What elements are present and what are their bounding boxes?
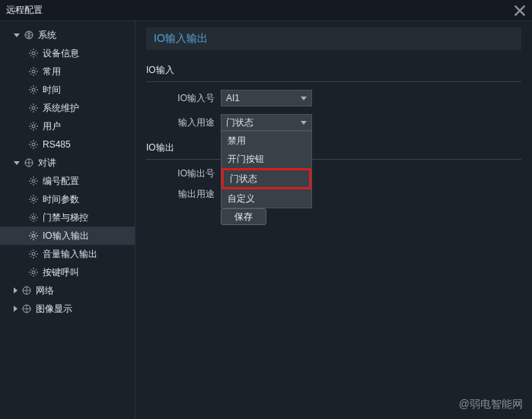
row-io-input-no: IO输入号 AI1: [146, 90, 521, 106]
section-io-input-title: IO输入: [146, 61, 521, 82]
svg-point-10: [32, 216, 35, 219]
sidebar-item-number-config[interactable]: 编号配置: [0, 172, 135, 190]
svg-point-5: [32, 125, 35, 128]
sidebar-item-label: 音量输入输出: [43, 248, 97, 261]
caret-right-icon: [14, 306, 18, 312]
gear-icon: [29, 249, 38, 259]
dropdown-input-usage: 禁用 开门按钮 门状态 自定义: [221, 131, 312, 208]
sidebar-item-label: IO输入输出: [43, 230, 89, 243]
gear-icon: [29, 268, 38, 277]
sidebar-item-label: 常用: [43, 65, 61, 78]
page-title: IO输入输出: [146, 27, 521, 50]
globe-icon: [22, 286, 31, 295]
sidebar-item-rs485[interactable]: RS485: [0, 135, 135, 154]
label-io-output-no: IO输出号: [146, 167, 215, 180]
chevron-down-icon: [301, 121, 307, 125]
sidebar-item-label: 系统维护: [43, 102, 79, 115]
watermark: @弱电智能网: [459, 398, 523, 411]
select-input-usage[interactable]: 门状态: [221, 114, 312, 131]
globe-icon: [24, 158, 33, 167]
sidebar-item-label: 按键呼叫: [43, 266, 79, 279]
save-button[interactable]: 保存: [221, 208, 266, 225]
sidebar-item-label: 门禁与梯控: [43, 211, 88, 224]
sidebar-item-label: 用户: [43, 120, 61, 133]
sidebar-item-time-params[interactable]: 时间参数: [0, 190, 135, 208]
svg-point-6: [32, 143, 35, 146]
section-io-output-title: IO输出: [146, 138, 521, 160]
sidebar-group-label: 图像显示: [36, 303, 72, 316]
dropdown-option-door-status[interactable]: 门状态: [221, 168, 311, 189]
close-icon[interactable]: [514, 5, 526, 17]
row-input-usage: 输入用途 门状态 禁用 开门按钮 门状态 自定义: [146, 114, 521, 131]
label-io-input-no: IO输入号: [146, 92, 215, 105]
sidebar-item-user[interactable]: 用户: [0, 117, 135, 135]
sidebar-item-volume-io[interactable]: 音量输入输出: [0, 245, 135, 263]
select-io-input-no[interactable]: AI1: [221, 90, 312, 106]
sidebar-item-label: 时间参数: [43, 193, 79, 206]
svg-point-4: [32, 106, 35, 110]
dropdown-option-custom[interactable]: 自定义: [221, 189, 311, 208]
sidebar-group-network[interactable]: 网络: [0, 281, 135, 300]
sidebar-group-label: 对讲: [38, 157, 56, 170]
row-io-output-no: IO输出号: [146, 167, 521, 180]
caret-down-icon: [14, 33, 20, 37]
svg-point-13: [32, 271, 35, 274]
sidebar-item-key-call[interactable]: 按键呼叫: [0, 263, 135, 281]
globe-icon: [22, 304, 31, 313]
svg-point-3: [32, 88, 35, 91]
dropdown-option-open-button[interactable]: 开门按钮: [221, 150, 311, 168]
sidebar-item-label: 编号配置: [43, 175, 79, 188]
sidebar: 系统 设备信息 常用 时间 系统维护 用户 RS485 对讲 编号配置 时间参数…: [0, 21, 135, 419]
sidebar-group-image-display[interactable]: 图像显示: [0, 300, 135, 318]
select-value: 门状态: [226, 116, 253, 129]
gear-icon: [29, 67, 38, 76]
svg-point-9: [32, 198, 35, 201]
sidebar-item-sys-maint[interactable]: 系统维护: [0, 99, 135, 117]
gear-icon: [29, 231, 38, 240]
sidebar-group-label: 网络: [36, 284, 54, 297]
chevron-down-icon: [301, 97, 307, 100]
sidebar-item-label: 设备信息: [43, 47, 79, 60]
titlebar: 远程配置: [0, 0, 532, 21]
label-input-usage: 输入用途: [146, 116, 215, 129]
gear-icon: [29, 122, 38, 131]
window-title: 远程配置: [6, 4, 43, 17]
gear-icon: [29, 140, 38, 149]
gear-icon: [29, 213, 38, 222]
svg-point-8: [32, 179, 35, 183]
svg-point-12: [32, 252, 35, 256]
caret-down-icon: [14, 161, 20, 165]
dropdown-option-disable[interactable]: 禁用: [221, 132, 311, 150]
gear-icon: [29, 195, 38, 204]
globe-icon: [24, 30, 33, 40]
svg-point-2: [32, 70, 35, 73]
sidebar-item-common[interactable]: 常用: [0, 62, 135, 81]
content-area: IO输入输出 IO输入 IO输入号 AI1 输入用途 门状态 禁用 开门按钮 门…: [135, 21, 532, 419]
sidebar-group-label: 系统: [38, 29, 56, 42]
sidebar-item-device-info[interactable]: 设备信息: [0, 44, 135, 62]
gear-icon: [29, 176, 38, 186]
sidebar-item-io[interactable]: IO输入输出: [0, 227, 135, 245]
sidebar-group-intercom[interactable]: 对讲: [0, 154, 135, 172]
sidebar-group-system[interactable]: 系统: [0, 26, 135, 44]
sidebar-item-time[interactable]: 时间: [0, 81, 135, 99]
caret-right-icon: [14, 287, 18, 294]
row-output-usage: 输出用途: [146, 188, 521, 201]
sidebar-item-label: 时间: [43, 84, 61, 97]
sidebar-item-access-elevator[interactable]: 门禁与梯控: [0, 208, 135, 227]
gear-icon: [29, 103, 38, 113]
svg-point-11: [32, 234, 35, 237]
label-output-usage: 输出用途: [146, 188, 215, 201]
svg-point-1: [32, 52, 35, 55]
gear-icon: [29, 49, 38, 58]
sidebar-item-label: RS485: [43, 139, 71, 150]
select-value: AI1: [226, 93, 240, 103]
gear-icon: [29, 85, 38, 94]
